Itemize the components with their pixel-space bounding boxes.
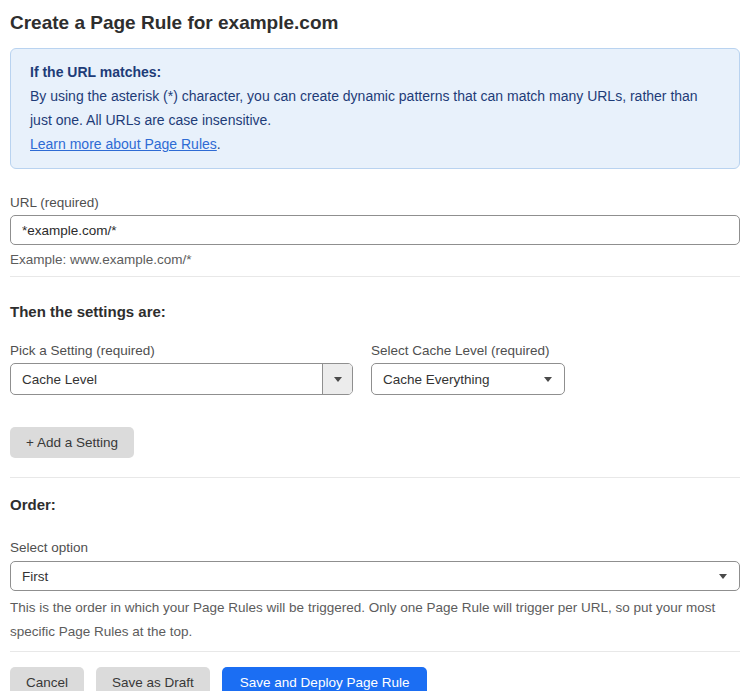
url-match-info-box: If the URL matches: By using the asteris…	[10, 48, 740, 169]
order-description: This is the order in which your Page Rul…	[10, 596, 740, 644]
chevron-down-icon	[719, 574, 727, 579]
learn-more-link[interactable]: Learn more about Page Rules	[30, 136, 217, 152]
dropdown-arrow-cell[interactable]	[322, 364, 352, 394]
dropdown-arrow-wrap	[719, 562, 739, 590]
cache-level-value: Cache Everything	[372, 364, 544, 394]
chevron-down-icon	[334, 377, 342, 382]
cache-level-label: Select Cache Level (required)	[371, 343, 565, 359]
url-input[interactable]	[10, 215, 740, 245]
info-box-heading: If the URL matches:	[30, 60, 720, 84]
divider	[10, 276, 740, 277]
cancel-button[interactable]: Cancel	[10, 667, 84, 691]
link-suffix: .	[217, 136, 221, 152]
save-draft-button[interactable]: Save as Draft	[96, 667, 210, 691]
chevron-down-icon	[544, 377, 552, 382]
dropdown-arrow-wrap	[544, 364, 564, 394]
url-example-hint: Example: www.example.com/*	[10, 252, 740, 268]
create-page-rule-form: Create a Page Rule for example.com If th…	[0, 12, 750, 691]
order-dropdown[interactable]: First	[10, 561, 740, 591]
info-box-body: By using the asterisk (*) character, you…	[30, 84, 720, 132]
settings-row: Pick a Setting (required) Cache Level Se…	[10, 343, 740, 395]
setting-picker-dropdown[interactable]: Cache Level	[10, 363, 353, 395]
url-field-label: URL (required)	[10, 195, 740, 211]
form-actions: Cancel Save as Draft Save and Deploy Pag…	[10, 667, 740, 691]
add-setting-button[interactable]: + Add a Setting	[10, 427, 134, 458]
page-title: Create a Page Rule for example.com	[10, 12, 740, 34]
divider	[10, 477, 740, 478]
divider	[10, 651, 740, 652]
order-section-heading: Order:	[10, 496, 740, 514]
setting-picker-value: Cache Level	[11, 364, 322, 394]
cache-level-column: Select Cache Level (required) Cache Ever…	[371, 343, 565, 395]
save-deploy-button[interactable]: Save and Deploy Page Rule	[222, 667, 428, 691]
cache-level-dropdown[interactable]: Cache Everything	[371, 363, 565, 395]
order-select-label: Select option	[10, 540, 740, 556]
setting-picker-column: Pick a Setting (required) Cache Level	[10, 343, 353, 395]
info-box-link-line: Learn more about Page Rules.	[30, 132, 720, 156]
settings-section-heading: Then the settings are:	[10, 303, 740, 321]
setting-picker-label: Pick a Setting (required)	[10, 343, 353, 359]
order-value: First	[11, 562, 719, 590]
